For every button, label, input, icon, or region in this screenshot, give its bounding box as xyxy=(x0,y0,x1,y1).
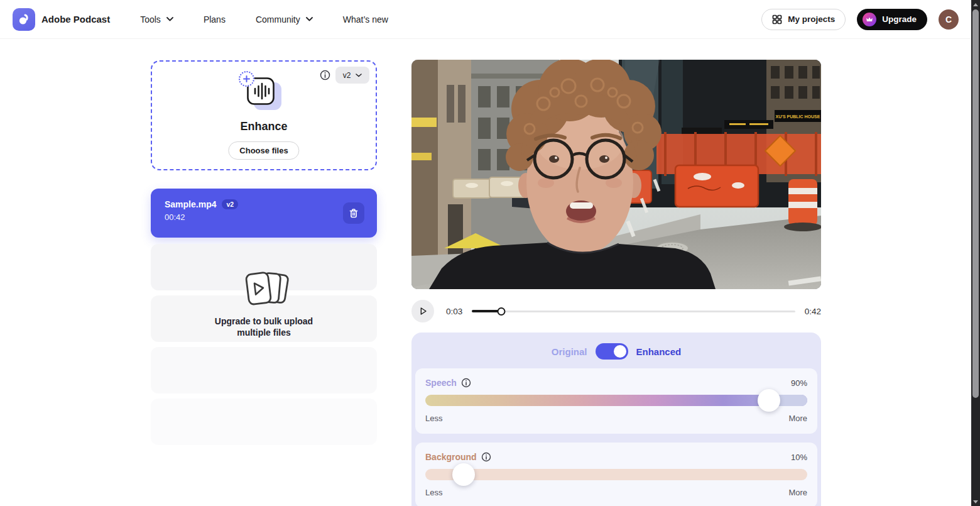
video-preview[interactable]: XU'S PUBLIC HOUSE 25 E. 15th St. xyxy=(411,60,821,289)
speech-more-label: More xyxy=(788,414,807,423)
delete-file-button[interactable] xyxy=(343,202,364,224)
enhance-title: Enhance xyxy=(152,120,376,133)
video-frame-illustration: XU'S PUBLIC HOUSE 25 E. 15th St. xyxy=(411,60,821,289)
scroll-up-icon[interactable] xyxy=(971,0,980,9)
play-icon xyxy=(415,300,430,322)
grid-icon xyxy=(772,14,782,25)
plus-icon xyxy=(239,71,254,87)
playhead-knob[interactable] xyxy=(497,307,505,316)
version-select[interactable]: v2 xyxy=(335,67,369,84)
upload-dropzone[interactable]: v2 Enhance Choose files xyxy=(151,60,377,170)
info-icon[interactable] xyxy=(461,378,471,388)
background-slider-knob[interactable] xyxy=(452,463,475,486)
background-slider-card: Background 10% Less More xyxy=(415,443,817,506)
chevron-down-icon xyxy=(306,17,313,21)
browser-scrollbar[interactable] xyxy=(971,0,980,506)
bulk-upsell-line1: Upgrade to bulk upload xyxy=(151,316,377,327)
playback-controls: 0:03 0:42 xyxy=(411,300,821,322)
info-icon[interactable] xyxy=(320,70,330,83)
background-label: Background xyxy=(425,452,477,462)
my-projects-button[interactable]: My projects xyxy=(761,9,846,30)
bulk-upload-upsell[interactable]: Upgrade to bulk upload multiple files xyxy=(151,269,377,338)
scroll-down-icon[interactable] xyxy=(971,497,980,506)
toggle-label-original: Original xyxy=(552,346,587,357)
speech-slider-track[interactable] xyxy=(425,395,807,406)
chevron-down-icon xyxy=(166,17,173,21)
original-enhanced-toggle[interactable] xyxy=(596,343,628,360)
total-time: 0:42 xyxy=(805,307,821,316)
speech-value: 90% xyxy=(791,378,807,388)
choose-files-button[interactable]: Choose files xyxy=(228,141,299,160)
preview-pane: XU'S PUBLIC HOUSE 25 E. 15th St. xyxy=(411,60,821,506)
primary-nav: Tools Plans Community What’s new xyxy=(140,14,388,25)
speech-slider-knob[interactable] xyxy=(758,389,780,412)
placeholder-list: Upgrade to bulk upload multiple files xyxy=(151,244,377,445)
background-slider-track[interactable] xyxy=(425,469,807,480)
placeholder-slot xyxy=(151,347,377,393)
chevron-down-icon xyxy=(356,74,362,77)
storefront-sign-text: XU'S PUBLIC HOUSE xyxy=(776,114,820,119)
upgrade-button[interactable]: Upgrade xyxy=(857,9,927,30)
nav-item-plans[interactable]: Plans xyxy=(204,14,226,25)
placeholder-slot xyxy=(151,399,377,445)
background-value: 10% xyxy=(791,453,807,462)
background-more-label: More xyxy=(788,488,807,497)
speech-label: Speech xyxy=(425,378,457,388)
seek-bar[interactable] xyxy=(472,306,795,316)
video-files-stack-icon xyxy=(237,269,291,311)
compare-toggle-row: Original Enhanced xyxy=(415,343,817,360)
user-avatar[interactable]: C xyxy=(939,9,959,30)
file-sidebar: v2 Enhance Choose files xyxy=(151,60,377,450)
nav-item-whats-new[interactable]: What’s new xyxy=(343,14,388,25)
uploaded-file-card[interactable]: Sample.mp4 v2 00:42 xyxy=(151,189,377,238)
info-icon[interactable] xyxy=(481,452,491,462)
seek-track[interactable] xyxy=(472,311,795,312)
trash-icon xyxy=(349,208,359,219)
background-less-label: Less xyxy=(425,488,442,497)
top-right-actions: My projects Upgrade C xyxy=(761,9,959,30)
crown-icon xyxy=(863,13,876,26)
play-button[interactable] xyxy=(411,300,434,322)
adobe-podcast-logo-icon[interactable] xyxy=(13,8,35,31)
speech-less-label: Less xyxy=(425,414,442,423)
file-version-badge: v2 xyxy=(222,199,238,209)
scrollbar-thumb[interactable] xyxy=(972,9,979,398)
brand-title: Adobe Podcast xyxy=(41,14,110,25)
nav-item-community[interactable]: Community xyxy=(256,14,313,25)
current-time: 0:03 xyxy=(446,307,462,316)
enhance-waveform-icon xyxy=(246,77,281,109)
nav-item-tools[interactable]: Tools xyxy=(140,14,173,25)
bulk-upsell-line2: multiple files xyxy=(151,327,377,338)
speech-slider-card: Speech 90% Less More xyxy=(415,368,817,434)
file-duration: 00:42 xyxy=(165,212,363,222)
top-navigation-bar: Adobe Podcast Tools Plans Community What… xyxy=(0,0,971,39)
toggle-label-enhanced: Enhanced xyxy=(636,346,682,357)
toggle-knob xyxy=(614,345,626,358)
file-name: Sample.mp4 xyxy=(165,199,216,209)
enhance-settings-panel: Original Enhanced Speech 90% xyxy=(411,333,821,506)
